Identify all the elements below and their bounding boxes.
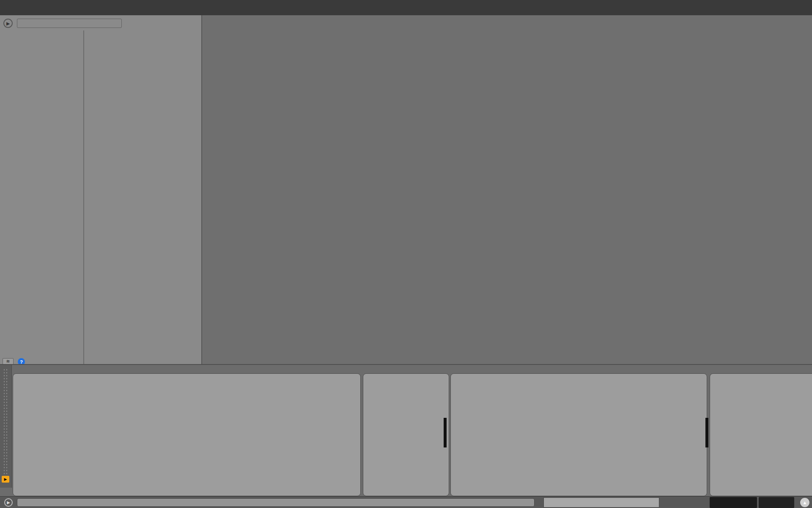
browser-collapse-icon[interactable]: ▶ xyxy=(3,19,13,28)
preview-play-icon[interactable]: ▶ xyxy=(4,498,13,507)
status-bar: ▶ ▲ xyxy=(0,496,812,508)
ableton-live-window: ▶ ≋ ? ▶ ▶ ▲ xyxy=(0,0,812,508)
session-view xyxy=(202,15,812,365)
device-chain-thumbnail[interactable] xyxy=(759,497,794,508)
hot-swap-target-icon[interactable]: ▶ xyxy=(2,476,9,483)
device-chain-thumbnail[interactable] xyxy=(710,497,757,508)
inter-device-meter xyxy=(705,418,708,447)
arrangement-overview[interactable] xyxy=(543,497,659,508)
device-view: ▶ xyxy=(0,364,812,496)
toolbar xyxy=(0,0,812,15)
show-hide-device-view-icon[interactable]: ▲ xyxy=(800,498,809,507)
device-808-core-kit xyxy=(13,373,361,496)
device-drums-room xyxy=(710,373,812,496)
device-bass-rack xyxy=(363,373,449,496)
device-phaser-flanger xyxy=(450,373,707,496)
search-input[interactable] xyxy=(17,19,122,28)
drag-handle-dots xyxy=(6,369,7,475)
browser-content-list xyxy=(85,30,202,365)
device-drop-strip: ▶ xyxy=(0,365,12,488)
browser-panel: ▶ ≋ ? xyxy=(0,15,202,366)
inter-device-meter xyxy=(444,418,447,447)
browser-sidebar xyxy=(0,30,84,365)
drag-handle-dots xyxy=(4,369,5,475)
status-message-field xyxy=(17,498,535,507)
